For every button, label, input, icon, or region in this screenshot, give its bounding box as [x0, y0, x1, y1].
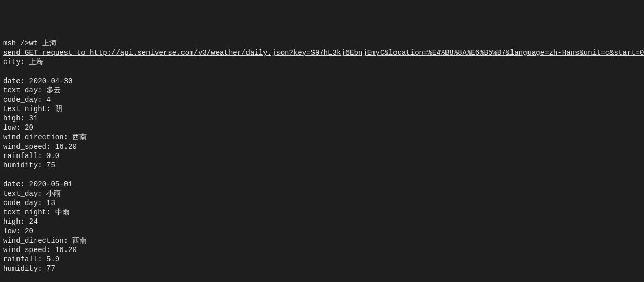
- humidity-label: humidity:: [3, 264, 46, 273]
- shell-prompt: msh />wt 上海: [3, 39, 57, 48]
- city-value: 上海: [29, 58, 43, 66]
- humidity-label: humidity:: [3, 161, 46, 169]
- date-label: date:: [3, 180, 29, 189]
- low-label: low:: [3, 227, 25, 236]
- text-night-label: text_night:: [3, 208, 55, 216]
- city-label: city:: [3, 58, 29, 66]
- date-label: date:: [3, 77, 29, 85]
- text-night-value: 阴: [55, 105, 62, 113]
- humidity-value: 75: [46, 161, 55, 169]
- wind-direction-label: wind_direction:: [3, 237, 72, 245]
- wind-speed-label: wind_speed:: [3, 246, 55, 254]
- code-day-value: 13: [46, 199, 55, 207]
- low-value: 20: [25, 227, 34, 236]
- text-day-value: 小雨: [46, 190, 61, 198]
- wind-speed-value: 16.20: [55, 143, 77, 151]
- low-label: low:: [3, 123, 25, 132]
- text-day-value: 多云: [46, 86, 61, 95]
- wind-direction-label: wind_direction:: [3, 133, 72, 142]
- high-label: high:: [3, 114, 29, 122]
- text-day-label: text_day:: [3, 190, 46, 198]
- humidity-value: 77: [46, 264, 55, 273]
- rainfall-value: 5.9: [46, 255, 59, 263]
- text-night-label: text_night:: [3, 105, 55, 113]
- code-day-value: 4: [46, 96, 51, 104]
- wind-speed-label: wind_speed:: [3, 143, 55, 151]
- request-url-link[interactable]: http://api.seniverse.com/v3/weather/dail…: [90, 49, 644, 57]
- high-label: high:: [3, 217, 29, 226]
- wind-direction-value: 西南: [72, 133, 87, 142]
- rainfall-label: rainfall:: [3, 152, 46, 160]
- code-day-label: code_day:: [3, 96, 46, 104]
- terminal-output[interactable]: msh />wt 上海 send GET request to http://a…: [0, 38, 644, 282]
- text-day-label: text_day:: [3, 86, 46, 95]
- code-day-label: code_day:: [3, 199, 46, 207]
- wind-direction-value: 西南: [72, 237, 87, 245]
- text-night-value: 中雨: [55, 208, 70, 216]
- rainfall-label: rainfall:: [3, 255, 46, 263]
- date-value: 2020-04-30: [29, 77, 72, 85]
- low-value: 20: [25, 123, 34, 132]
- high-value: 31: [29, 114, 38, 122]
- rainfall-value: 0.0: [46, 152, 59, 160]
- date-value: 2020-05-01: [29, 180, 72, 189]
- request-prefix: send GET request to: [3, 49, 90, 57]
- high-value: 24: [29, 217, 38, 226]
- wind-speed-value: 16.20: [55, 246, 77, 254]
